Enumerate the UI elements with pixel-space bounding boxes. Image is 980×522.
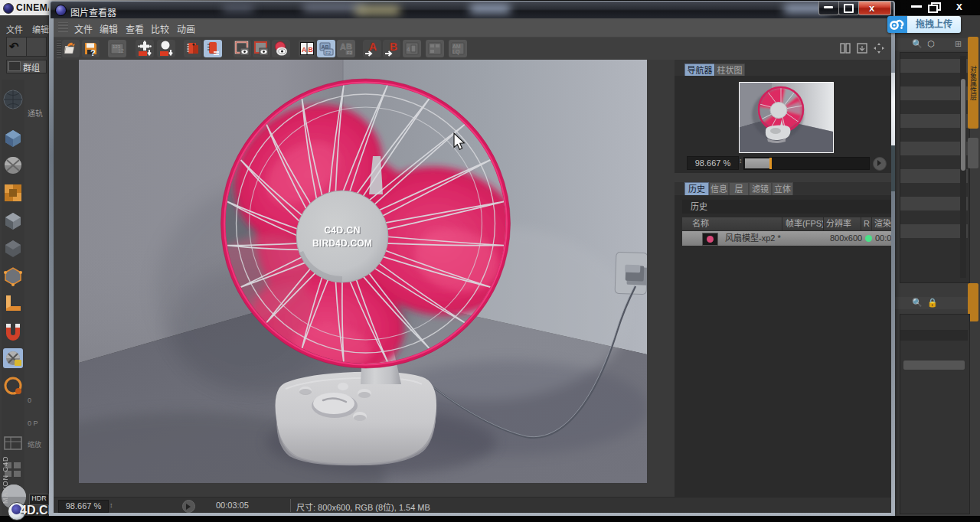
- svg-text:A: A: [369, 41, 377, 53]
- svg-text:12: 12: [118, 48, 124, 54]
- svg-text:B: B: [390, 41, 397, 53]
- svg-text:LQ: LQ: [452, 49, 460, 55]
- svg-text:通轨: 通轨: [28, 109, 43, 118]
- svg-text:0: 0: [28, 396, 31, 404]
- svg-text:C4D.CN: C4D.CN: [324, 225, 361, 236]
- svg-text:BIRD4D.COM: BIRD4D.COM: [312, 238, 372, 249]
- svg-text:0 P: 0 P: [28, 419, 38, 427]
- svg-text:AM: AM: [452, 44, 461, 49]
- svg-text:4: 4: [407, 46, 410, 53]
- svg-text:缩放: 缩放: [28, 440, 41, 449]
- svg-text:?: ?: [90, 48, 96, 57]
- svg-text:B: B: [309, 46, 314, 54]
- svg-text:A: A: [302, 46, 307, 54]
- svg-text:F2: F2: [325, 51, 332, 55]
- svg-text:F2: F2: [347, 51, 353, 55]
